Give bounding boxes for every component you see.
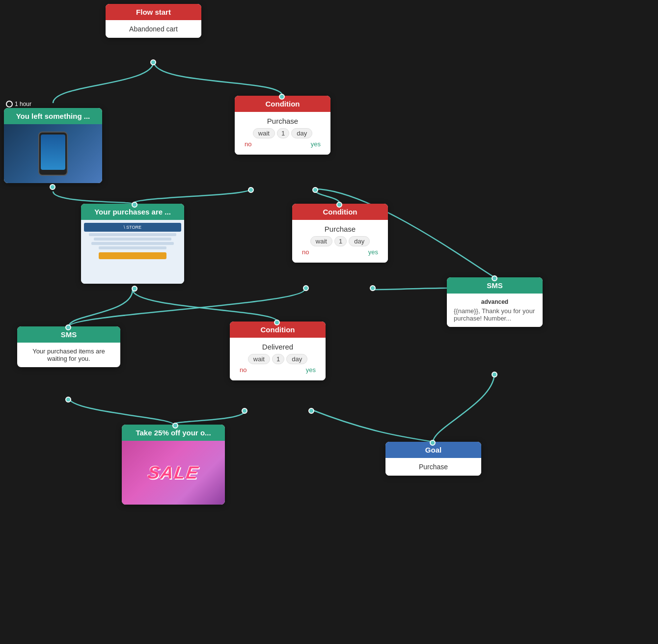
condition-3-subject: Delivered [237,343,319,351]
flow-start-header: Flow start [106,4,201,20]
time-label-text: 1 hour [15,101,31,107]
flow-start-bottom-dot [150,59,156,65]
phone-shape [38,132,68,176]
email-purchases-top-dot [132,202,137,208]
day-pill-1: day [291,128,312,138]
store-text-3 [91,242,174,245]
condition-3-row: wait 1 day [237,354,319,364]
store-cta-bar [99,252,167,259]
day-pill-3: day [286,354,307,364]
condition-2-bottom-left-dot [303,285,309,291]
condition-1-bottom-right-dot [312,187,318,193]
condition-1-subject: Purchase [242,117,324,125]
email-abandoned-preview [4,124,102,183]
condition-2-yesno: no yes [299,247,381,258]
condition-2-body: Purchase wait 1 day no yes [292,220,388,263]
store-text-1 [89,233,176,236]
sms-thank-type: advanced [454,298,536,305]
condition-1-node[interactable]: Condition Purchase wait 1 day no yes [235,96,330,155]
condition-2-row: wait 1 day [299,236,381,246]
email-purchases-bottom-dot [132,286,137,292]
sms-purchased-node[interactable]: SMS Your purchased items are waiting for… [17,326,120,367]
sale-preview: SALE [122,441,225,505]
sms-thank-text: {{name}}, Thank you for your purchase! N… [454,307,536,322]
time-label: 1 hour [6,101,31,107]
condition-2-top-dot [336,202,342,208]
condition-3-top-dot [274,320,280,325]
num-pill-2: 1 [334,236,347,246]
flow-start-body: Abandoned cart [106,20,201,38]
num-pill-1: 1 [277,128,289,138]
goal-top-dot [430,440,436,446]
condition-1-row: wait 1 day [242,128,324,138]
no-label-3: no [240,366,247,374]
sms-thank-node[interactable]: SMS advanced {{name}}, Thank you for you… [447,277,543,327]
store-preview: \ STORE [81,220,184,284]
goal-node[interactable]: Goal Purchase [385,442,481,476]
condition-2-node[interactable]: Condition Purchase wait 1 day no yes [292,204,388,263]
yes-label-1: yes [311,140,321,148]
condition-1-top-dot [279,94,285,100]
condition-1-yesno: no yes [242,139,324,150]
condition-3-bottom-right-dot [308,408,314,414]
wait-pill-2: wait [310,236,332,246]
flow-canvas: Flow start Abandoned cart 1 hour You lef… [0,0,658,644]
condition-1-body: Purchase wait 1 day no yes [235,112,330,155]
sms-purchased-bottom-dot [65,397,71,402]
num-pill-3: 1 [272,354,284,364]
sms-purchased-top-dot [65,324,71,330]
sale-text: SALE [146,462,200,483]
condition-3-node[interactable]: Condition Delivered wait 1 day no yes [230,322,326,380]
goal-body: Purchase [385,458,481,476]
email-sale-node[interactable]: Take 25% off your o... SALE [122,425,225,505]
day-pill-2: day [349,236,370,246]
store-text-2 [94,238,171,241]
email-sale-top-dot [172,423,178,429]
wait-pill-3: wait [248,354,270,364]
condition-2-subject: Purchase [299,225,381,233]
condition-3-body: Delivered wait 1 day no yes [230,338,326,380]
clock-icon [6,101,13,107]
store-text-4 [99,246,167,249]
email-abandoned-node[interactable]: You left something ... [4,108,102,183]
email-abandoned-bottom-dot [50,184,55,190]
condition-1-bottom-left-dot [248,187,254,193]
condition-3-yesno: no yes [237,365,319,376]
no-label-1: no [245,140,251,148]
yes-label-2: yes [368,248,378,256]
condition-2-bottom-right-dot [370,285,376,291]
wait-pill-1: wait [253,128,275,138]
sms-thank-body: advanced {{name}}, Thank you for your pu… [447,294,543,327]
yes-label-3: yes [306,366,316,374]
no-label-2: no [302,248,309,256]
sms-thank-top-dot [492,275,497,281]
store-header-bar: \ STORE [84,223,181,232]
sms-thank-bottom-dot [492,372,497,377]
phone-preview [4,124,102,183]
sms-purchased-body: Your purchased items are waiting for you… [17,343,120,367]
phone-screen [41,134,65,170]
email-abandoned-header: You left something ... [4,108,102,124]
email-purchases-node[interactable]: Your purchases are ... \ STORE [81,204,184,284]
condition-3-bottom-left-dot [242,408,247,414]
flow-start-node[interactable]: Flow start Abandoned cart [106,4,201,38]
